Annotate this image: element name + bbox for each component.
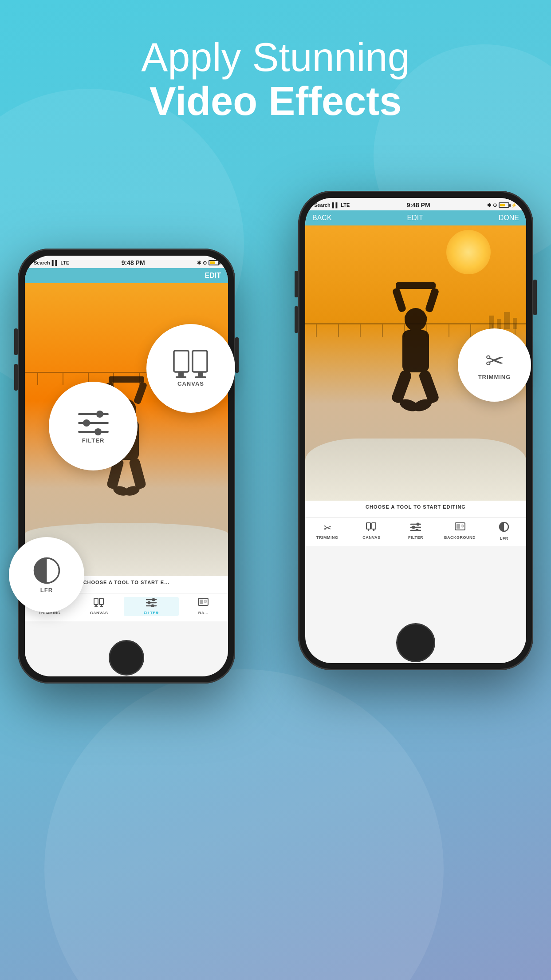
right-vol-up-btn xyxy=(295,271,298,297)
right-status-right: ✱ ⊙ ⚡ xyxy=(487,202,517,208)
right-toolbar: ✂ TRIMMING xyxy=(305,513,526,546)
right-tool-canvas[interactable]: CANVAS xyxy=(350,522,394,540)
right-status-left: Search ▌▌ LTE xyxy=(314,202,350,208)
svg-rect-22 xyxy=(200,600,203,604)
trimming-badge-label: TRIMMING xyxy=(478,374,511,380)
trimming-badge-icon: ✂ xyxy=(485,350,504,372)
left-time: 9:48 PM xyxy=(122,259,145,266)
right-app-header: BACK EDIT DONE xyxy=(305,210,526,225)
right-lfr-label: LFR xyxy=(500,536,508,541)
right-scissors-icon: ✂ xyxy=(323,522,331,534)
left-tool-background[interactable]: BA... xyxy=(179,598,228,615)
lfr-badge: LFR xyxy=(9,537,84,612)
svg-rect-24 xyxy=(396,282,436,289)
left-battery-fill xyxy=(210,261,215,264)
vol-up-btn xyxy=(14,328,18,355)
left-tool-filter[interactable]: FILTER xyxy=(124,597,179,616)
svg-rect-10 xyxy=(99,598,103,605)
right-filter-label: FILTER xyxy=(408,535,423,540)
right-tool-background[interactable]: BACKGROUND xyxy=(438,522,482,540)
right-trimming-label: TRIMMING xyxy=(316,535,338,540)
left-canvas-icon xyxy=(94,598,104,609)
left-background-icon xyxy=(198,598,209,609)
left-edit-bar: EDIT xyxy=(25,268,228,283)
left-edit-label: EDIT xyxy=(205,272,221,279)
right-battery-fill xyxy=(500,204,505,206)
right-status-bar: Search ▌▌ LTE 9:48 PM ✱ ⊙ ⚡ xyxy=(305,198,526,210)
svg-rect-25 xyxy=(392,287,406,313)
right-phone-screen: Search ▌▌ LTE 9:48 PM ✱ ⊙ ⚡ BACK EDIT xyxy=(305,198,526,663)
right-bt-icon: ✱ xyxy=(487,202,491,208)
right-background-label: BACKGROUND xyxy=(444,535,476,540)
svg-rect-12 xyxy=(101,605,102,606)
svg-rect-26 xyxy=(425,288,439,313)
right-lfr-icon xyxy=(499,522,509,535)
right-vol-dn-btn xyxy=(295,306,298,333)
header-line1: Apply Stunning xyxy=(0,36,551,79)
svg-rect-30 xyxy=(390,369,413,404)
svg-rect-61 xyxy=(176,376,186,378)
right-battery-icon xyxy=(499,202,509,208)
svg-rect-9 xyxy=(94,598,98,605)
right-home-button[interactable] xyxy=(396,623,435,662)
header-section: Apply Stunning Video Effects xyxy=(0,36,551,123)
svg-rect-37 xyxy=(373,529,374,531)
svg-point-18 xyxy=(147,601,150,605)
right-tool-lfr[interactable]: LFR xyxy=(482,522,526,541)
svg-rect-39 xyxy=(372,531,375,531)
svg-rect-28 xyxy=(405,314,427,321)
svg-point-52 xyxy=(96,411,103,418)
right-background-icon xyxy=(455,522,465,534)
left-battery-icon xyxy=(209,260,219,265)
svg-rect-31 xyxy=(418,369,440,404)
left-choose-tool-label: CHOOSE A TOOL TO START E... xyxy=(83,580,170,585)
right-power-btn xyxy=(533,280,537,315)
svg-rect-60 xyxy=(198,372,203,376)
right-done-btn[interactable]: DONE xyxy=(499,214,519,222)
right-canvas-label: CANVAS xyxy=(362,535,380,540)
left-status-bar: Search ▌▌ LTE 9:48 PM ✱ ⊙ xyxy=(25,256,228,268)
left-search-label: Search xyxy=(34,260,50,265)
left-filter-icon xyxy=(146,598,157,609)
svg-rect-14 xyxy=(100,606,103,607)
canvas-badge: CANVAS xyxy=(146,324,235,413)
left-filter-label: FILTER xyxy=(144,611,159,615)
left-tool-canvas[interactable]: CANVAS xyxy=(75,598,124,615)
svg-point-16 xyxy=(152,598,155,601)
left-home-button[interactable] xyxy=(109,640,144,676)
right-tool-trimming[interactable]: ✂ TRIMMING xyxy=(305,522,350,540)
svg-rect-6 xyxy=(128,457,146,490)
lfr-badge-label: LFR xyxy=(40,587,53,593)
svg-point-56 xyxy=(94,428,102,435)
right-title-label: EDIT xyxy=(407,214,423,222)
right-signal-icon: ▌▌ xyxy=(332,202,339,208)
right-tool-filter[interactable]: FILTER xyxy=(394,522,438,540)
right-lte-label: LTE xyxy=(341,202,350,208)
svg-rect-34 xyxy=(366,523,370,529)
right-back-btn[interactable]: BACK xyxy=(312,214,332,222)
trimming-badge: ✂ TRIMMING xyxy=(458,328,531,402)
right-search-label: Search xyxy=(314,202,331,208)
svg-rect-29 xyxy=(402,330,429,372)
svg-rect-62 xyxy=(195,376,206,378)
svg-point-43 xyxy=(412,526,415,529)
svg-rect-35 xyxy=(372,523,376,529)
left-wifi-icon: ⊙ xyxy=(203,260,207,266)
right-filter-icon xyxy=(410,522,421,534)
canvas-badge-label: CANVAS xyxy=(177,380,204,387)
svg-rect-47 xyxy=(457,524,460,529)
right-choose-tool-label: CHOOSE A TOOL TO START EDITING xyxy=(366,504,466,510)
right-skater-figure xyxy=(362,279,469,456)
canvas-badge-icon xyxy=(173,350,209,379)
filter-badge-icon xyxy=(77,409,110,435)
right-sun xyxy=(446,230,491,274)
svg-rect-58 xyxy=(193,351,207,372)
left-bt-icon: ✱ xyxy=(197,260,201,266)
svg-point-20 xyxy=(151,605,154,607)
svg-rect-0 xyxy=(109,376,144,383)
left-phone: Search ▌▌ LTE 9:48 PM ✱ ⊙ EDIT xyxy=(18,249,235,684)
right-phone: Search ▌▌ LTE 9:48 PM ✱ ⊙ ⚡ BACK EDIT xyxy=(298,191,533,670)
svg-point-54 xyxy=(83,419,90,427)
svg-rect-59 xyxy=(178,372,184,376)
svg-rect-13 xyxy=(94,606,98,607)
